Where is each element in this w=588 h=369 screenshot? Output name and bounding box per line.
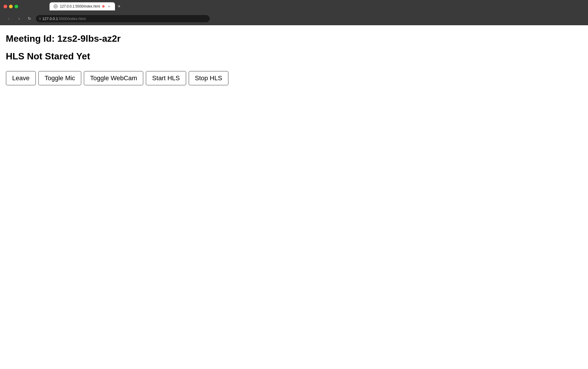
active-tab[interactable]: 127.0.0.1:5500/index.html ✕: [50, 2, 115, 10]
leave-button[interactable]: Leave: [6, 71, 36, 85]
close-button[interactable]: [3, 5, 7, 8]
forward-button[interactable]: ›: [15, 14, 23, 23]
title-bar: 127.0.0.1:5500/index.html ✕ +: [0, 0, 588, 13]
tab-title: 127.0.0.1:5500/index.html: [60, 4, 100, 8]
start-hls-button[interactable]: Start HLS: [146, 71, 186, 85]
toggle-webcam-button[interactable]: Toggle WebCam: [84, 71, 143, 85]
address-bar: ‹ › ↻ ℹ 127.0.0.1:5500/index.html: [0, 13, 588, 25]
traffic-lights: [3, 5, 18, 8]
url-text: 127.0.0.1:5500/index.html: [42, 17, 86, 21]
meeting-id-heading: Meeting Id: 1zs2-9lbs-az2r: [6, 33, 582, 44]
tab-favicon-icon: [54, 4, 58, 8]
url-bar[interactable]: ℹ 127.0.0.1:5500/index.html: [36, 15, 210, 22]
tab-bar: 127.0.0.1:5500/index.html ✕ +: [21, 2, 152, 10]
url-host: 127.0.0.1: [42, 17, 58, 21]
recording-indicator: [102, 5, 105, 8]
maximize-button[interactable]: [14, 5, 18, 8]
page-content: Meeting Id: 1zs2-9lbs-az2r HLS Not Stare…: [0, 25, 588, 361]
back-button[interactable]: ‹: [5, 14, 13, 23]
security-icon: ℹ: [39, 17, 41, 21]
browser-chrome: 127.0.0.1:5500/index.html ✕ + ‹ › ↻ ℹ 12…: [0, 0, 588, 25]
reload-button[interactable]: ↻: [25, 14, 34, 23]
button-row: Leave Toggle Mic Toggle WebCam Start HLS…: [6, 71, 582, 85]
new-tab-button[interactable]: +: [115, 2, 123, 10]
url-path: :5500/index.html: [58, 17, 85, 21]
toggle-mic-button[interactable]: Toggle Mic: [38, 71, 81, 85]
minimize-button[interactable]: [9, 5, 13, 8]
stop-hls-button[interactable]: Stop HLS: [189, 71, 229, 85]
hls-status-heading: HLS Not Stared Yet: [6, 51, 582, 62]
tab-close-button[interactable]: ✕: [107, 4, 111, 8]
